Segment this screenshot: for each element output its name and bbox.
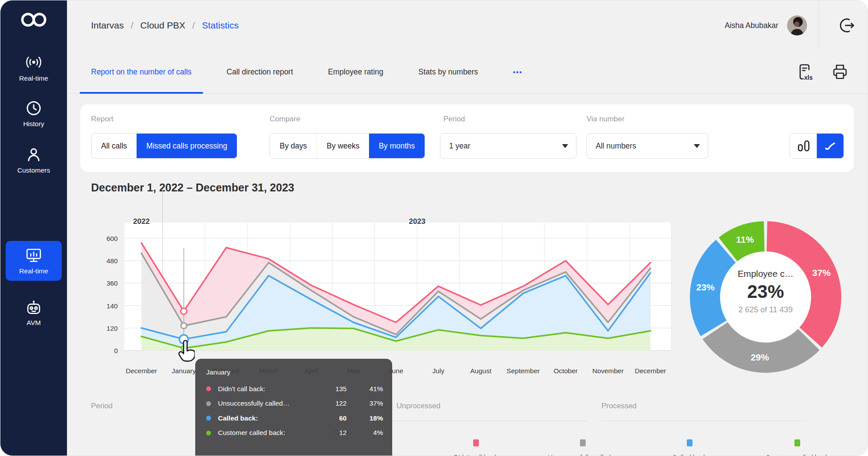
tooltip-row-didn-t-call-back-: Didn't call back:13541% [206, 382, 383, 396]
via-number-select-value: All numbers [596, 141, 636, 151]
legend-square-icon [794, 439, 800, 446]
series-dot-icon [206, 416, 211, 421]
series-dot-icon [206, 431, 211, 435]
legend-label: Called back [672, 453, 706, 456]
line-chart-toggle-button[interactable] [817, 134, 843, 158]
tooltip-row-customer-called-back-: Customer called back:124% [206, 426, 383, 441]
tooltip-rows: Didn't call back:13541%Unsuccessfully ca… [206, 382, 383, 440]
svg-text:120: 120 [106, 325, 118, 332]
sidebar-item-customers[interactable]: Customers [6, 147, 62, 174]
via-number-label: Via number [587, 115, 625, 124]
svg-text:July: July [432, 367, 445, 375]
donut-center-subtitle: 2 625 of 11 439 [704, 305, 827, 315]
svg-text:360: 360 [106, 279, 118, 287]
filters-panel: Report Compare Period Via number All cal… [80, 104, 854, 172]
bar-chart-toggle-button[interactable] [790, 134, 817, 158]
realtime-monitor-icon [25, 247, 42, 264]
compare-segmented-control: By daysBy weeksBy months [270, 133, 425, 159]
unprocessed-group-header: Unprocessed [397, 402, 440, 410]
svg-text:December: December [635, 367, 666, 375]
legend-square-icon [473, 439, 479, 446]
donut-center: Employee c… 23% 2 625 of 11 439 [704, 269, 827, 315]
chevron-down-icon [562, 144, 568, 148]
legend-label: Didn't call back [454, 453, 498, 456]
donut-center-value: 23% [704, 281, 827, 302]
processed-group-header: Processed [601, 402, 636, 410]
compare-option-by-months[interactable]: By months [369, 134, 425, 158]
svg-text:29%: 29% [751, 352, 769, 362]
via-number-select[interactable]: All numbers [587, 133, 708, 159]
period-label: Period [443, 115, 465, 124]
svg-text:September: September [506, 367, 540, 375]
svg-text:0: 0 [114, 347, 118, 354]
svg-text:480: 480 [106, 257, 118, 265]
legend-square-icon [687, 439, 692, 446]
app-window: Real-timeHistoryCustomersReal-timeAVM In… [0, 0, 868, 456]
svg-text:January: January [172, 367, 196, 375]
sidebar-item-history[interactable]: History [6, 100, 62, 128]
logo-infinity-icon [0, 12, 67, 28]
series-dot-icon [206, 401, 211, 406]
report-option-missed-calls-processing[interactable]: Missed calls processing [137, 134, 237, 158]
svg-text:August: August [470, 367, 492, 375]
donut-center-title: Employee c… [704, 269, 827, 279]
tooltip-row-called-back-: Called back:6018% [206, 411, 383, 426]
legend-label: Unsuccessfully called… [548, 453, 617, 456]
legend-square-icon [580, 439, 586, 446]
cursor-hand-icon [177, 339, 195, 362]
svg-text:11%: 11% [736, 234, 754, 244]
period-select-value: 1 year [449, 141, 471, 151]
report-segmented-control: All callsMissed calls processing [91, 133, 237, 159]
svg-text:600: 600 [106, 235, 118, 242]
period-column-header: Period [91, 402, 112, 410]
history-icon [25, 100, 42, 117]
legend-label: Customer called back [766, 453, 829, 456]
sidebar: Real-timeHistoryCustomersReal-timeAVM [0, 0, 67, 456]
avm-robot-icon [25, 299, 42, 316]
svg-text:140: 140 [106, 302, 118, 310]
series-dot-icon [206, 386, 211, 391]
report-option-all-calls[interactable]: All calls [91, 134, 137, 158]
chevron-down-icon [694, 144, 700, 148]
customers-icon [25, 147, 42, 163]
sidebar-item-avm[interactable]: AVM [6, 299, 62, 327]
processed-divider [601, 421, 806, 421]
svg-text:October: October [554, 367, 578, 375]
broadcast-icon [25, 55, 42, 71]
compare-option-by-days[interactable]: By days [270, 134, 316, 158]
svg-text:2022: 2022 [133, 217, 150, 226]
svg-text:December: December [126, 367, 157, 375]
svg-text:November: November [592, 367, 624, 375]
chart-tooltip: January Didn't call back:13541%Unsuccess… [195, 359, 392, 456]
sidebar-item-real-time[interactable]: Real-time [6, 55, 62, 82]
report-label: Report [91, 115, 113, 124]
compare-option-by-weeks[interactable]: By weeks [316, 134, 369, 158]
svg-text:2023: 2023 [409, 217, 425, 226]
compare-label: Compare [270, 115, 300, 124]
period-select[interactable]: 1 year [440, 133, 576, 159]
chart-type-toggle [790, 133, 844, 159]
sidebar-item-real-time-active[interactable]: Real-time [6, 241, 62, 281]
unprocessed-divider [382, 421, 587, 421]
tooltip-row-unsuccessfully-called-: Unsuccessfully called…12237% [206, 396, 383, 411]
tooltip-month: January [206, 368, 383, 376]
